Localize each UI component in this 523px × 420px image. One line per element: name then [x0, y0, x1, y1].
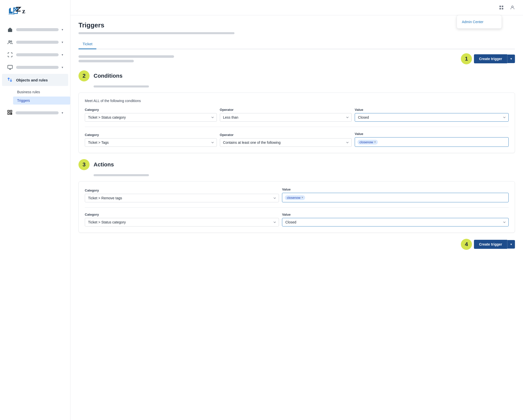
condition2-operator-label: Operator [220, 133, 352, 137]
chevron-down-icon: ▾ [62, 40, 63, 44]
condition1-category-label: Category [85, 108, 217, 112]
create-trigger-button-group: Create trigger ▾ [474, 54, 515, 63]
condition2-tag-remove[interactable]: × [374, 141, 376, 144]
condition1-value-group: Value Closed [355, 108, 509, 122]
condition1-operator-select[interactable]: Less than [220, 113, 352, 122]
toolbar-placeholder-bar1 [78, 55, 174, 58]
action2-value-select[interactable]: Closed [282, 218, 509, 226]
condition-row-1: Category Ticket > Status category Operat… [85, 108, 509, 122]
tab-ticket[interactable]: Ticket [78, 39, 96, 49]
svg-rect-4 [8, 65, 12, 69]
svg-rect-9 [8, 113, 9, 114]
action1-category-group: Category Ticket > Remove tags [85, 189, 279, 202]
svg-rect-7 [8, 110, 9, 112]
toolbar-placeholder-bar2 [78, 60, 134, 62]
action-row-2: Category Ticket > Status category Value … [85, 213, 509, 226]
action-row-1: Category Ticket > Remove tags Value clos… [85, 188, 509, 202]
nav-label-placeholder [16, 66, 59, 69]
nav-label-placeholder [16, 41, 59, 44]
action1-tag-remove[interactable]: × [301, 196, 303, 199]
sidebar-item-workspace[interactable]: ▾ [2, 61, 68, 73]
sidebar-item-people[interactable]: ▾ [2, 36, 68, 48]
create-trigger-bottom-button[interactable]: Create trigger [474, 240, 507, 249]
svg-text:zendesk: zendesk [9, 13, 15, 15]
objects-rules-label: Objects and rules [16, 78, 63, 82]
create-trigger-chevron-button[interactable]: ▾ [507, 55, 515, 63]
create-trigger-main-button[interactable]: Create trigger [474, 54, 507, 63]
sidebar-item-objects-rules[interactable]: Objects and rules [2, 74, 68, 86]
condition2-operator-group: Operator Contains at least one of the fo… [220, 133, 352, 147]
title-underline [78, 32, 234, 34]
admin-center-link[interactable]: Admin Center [457, 17, 502, 26]
sidebar-item-channels[interactable]: ▾ [2, 49, 68, 61]
user-profile-button[interactable] [508, 3, 517, 12]
condition2-tag-input[interactable]: closenow × [355, 137, 509, 147]
chevron-down-icon: ▾ [62, 111, 63, 115]
page-body: Triggers Ticket 1 Create trigger ▾ 2 Con… [70, 15, 523, 262]
condition2-category-select[interactable]: Ticket > Tags [85, 138, 217, 147]
actions-section-header: 3 Actions [78, 159, 515, 170]
condition2-operator-select[interactable]: Contains at least one of the following [220, 138, 352, 147]
action2-value-group: Value Closed [282, 213, 509, 226]
svg-rect-13 [502, 6, 503, 7]
logo-text: z [22, 7, 25, 15]
svg-point-2 [9, 41, 10, 42]
condition2-tag-text: closenow [359, 140, 373, 144]
action2-category-group: Category Ticket > Status category [85, 213, 279, 226]
svg-point-16 [512, 6, 513, 8]
sidebar-item-home[interactable]: ▾ [2, 24, 68, 36]
step-3-badge: 3 [78, 159, 90, 170]
condition1-value-select[interactable]: Closed [355, 113, 509, 122]
condition2-value-group: Value closenow × [355, 132, 509, 147]
conditions-title: Conditions [94, 73, 123, 79]
condition1-category-group: Category Ticket > Status category [85, 108, 217, 122]
chevron-down-icon: ▾ [62, 66, 63, 69]
condition1-operator-label: Operator [220, 108, 352, 112]
action1-tag-chip: closenow × [285, 195, 305, 200]
actions-title: Actions [94, 161, 114, 168]
action2-category-select[interactable]: Ticket > Status category [85, 218, 279, 226]
create-trigger-bottom-group: Create trigger ▾ [474, 240, 515, 249]
conditions-section-bar [94, 85, 149, 87]
nav-label-placeholder [16, 111, 59, 114]
building-icon [7, 27, 13, 33]
grid-icon-button[interactable] [497, 3, 506, 12]
actions-card: Category Ticket > Remove tags Value clos… [78, 181, 515, 233]
sidebar-sub-triggers[interactable]: Triggers [13, 97, 70, 105]
admin-center-dropdown: Admin Center [457, 15, 502, 29]
actions-section-bar [94, 174, 149, 176]
channels-icon [7, 52, 13, 58]
conditions-card: Meet ALL of the following conditions Cat… [78, 92, 515, 153]
condition2-category-label: Category [85, 133, 217, 137]
action1-tag-text: closenow [287, 196, 300, 200]
condition1-operator-group: Operator Less than [220, 108, 352, 122]
action1-category-label: Category [85, 189, 279, 192]
objects-rules-icon [7, 77, 13, 83]
sidebar-nav: ▾ ▾ ▾ ▾ [0, 21, 70, 420]
zendesk-logo: zendesk [7, 6, 22, 16]
sub-menu: Business rules Triggers [0, 86, 70, 106]
sidebar-item-apps[interactable]: ▾ [2, 107, 68, 119]
condition-row-divider [85, 127, 509, 127]
page-title: Triggers [78, 21, 515, 29]
action-row-divider [85, 207, 509, 208]
create-trigger-bottom-chevron[interactable]: ▾ [507, 240, 515, 249]
action1-category-select[interactable]: Ticket > Remove tags [85, 194, 279, 202]
condition1-category-select[interactable]: Ticket > Status category [85, 113, 217, 122]
svg-rect-12 [500, 6, 501, 7]
svg-rect-8 [10, 110, 12, 112]
tabs-row: Ticket [78, 39, 515, 49]
action1-tag-input[interactable]: closenow × [282, 193, 509, 202]
svg-rect-14 [500, 8, 501, 10]
step-1-badge: 1 [461, 53, 472, 64]
sidebar-sub-business-rules[interactable]: Business rules [13, 88, 70, 96]
condition2-value-label: Value [355, 132, 509, 136]
people-icon [7, 39, 13, 45]
svg-rect-1 [8, 29, 12, 32]
action1-value-group: Value closenow × [282, 188, 509, 202]
chevron-down-icon: ▾ [62, 53, 63, 57]
workspace-icon [7, 64, 13, 70]
step-2-badge: 2 [78, 70, 90, 81]
condition-row-2: Category Ticket > Tags Operator Contains… [85, 132, 509, 147]
top-header: Admin Center [70, 0, 523, 15]
